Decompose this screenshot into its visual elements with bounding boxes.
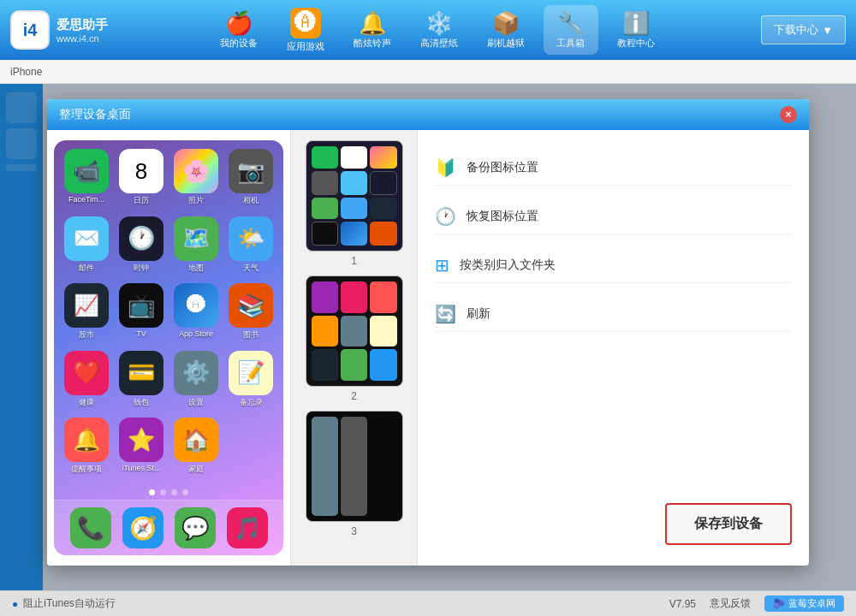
main-area: 整理设备桌面 × 📹 FaceTim... 8 bbox=[0, 84, 856, 590]
categorize-label: 按类别归入文件夹 bbox=[460, 258, 556, 273]
backup-icons-label: 备份图标位置 bbox=[467, 160, 538, 175]
modal-body: 📹 FaceTim... 8 日历 🌸 照片 📷 bbox=[47, 130, 809, 566]
phone-preview-panel: 📹 FaceTim... 8 日历 🌸 照片 📷 bbox=[47, 130, 291, 566]
nav-item-ringtones[interactable]: 🔔 酷炫铃声 bbox=[343, 7, 401, 53]
nav-item-jailbreak[interactable]: 📦 刷机越狱 bbox=[477, 7, 535, 53]
window-bar: iPhone bbox=[0, 60, 856, 84]
dock-phone[interactable]: 📞 bbox=[70, 507, 111, 548]
my-device-icon: 🍎 bbox=[225, 10, 253, 37]
app-notes[interactable]: 📝 备忘录 bbox=[225, 351, 276, 415]
app-tv[interactable]: 📺 TV bbox=[116, 283, 167, 347]
refresh-icon: 🔄 bbox=[435, 304, 456, 324]
nav-item-my-device[interactable]: 🍎 我的设备 bbox=[210, 7, 268, 53]
nav-label-ringtones: 酷炫铃声 bbox=[354, 37, 391, 50]
feedback-text[interactable]: 意见反馈 bbox=[710, 596, 751, 611]
action-refresh[interactable]: 🔄 刷新 bbox=[435, 297, 792, 332]
app-weather[interactable]: 🌤️ 天气 bbox=[225, 216, 276, 281]
logo-text: 爱思助手 www.i4.cn bbox=[56, 17, 108, 44]
download-label: 下载中心 bbox=[774, 22, 818, 38]
dock-messages[interactable]: 💬 bbox=[175, 507, 216, 548]
dock-music[interactable]: 🎵 bbox=[227, 507, 268, 548]
app-empty bbox=[225, 418, 270, 462]
nav-item-tutorials[interactable]: ℹ️ 教程中心 bbox=[607, 7, 665, 53]
action-restore-icons[interactable]: 🕐 恢复图标位置 bbox=[435, 199, 792, 234]
thumb-screen-1 bbox=[306, 140, 403, 252]
app-grid: 📹 FaceTim... 8 日历 🌸 照片 📷 bbox=[54, 140, 283, 485]
download-arrow-icon: ▼ bbox=[822, 24, 833, 37]
itunes-icon: ● bbox=[12, 598, 18, 610]
app-home[interactable]: 🏠 家庭 bbox=[170, 418, 222, 482]
app-books[interactable]: 📚 图书 bbox=[225, 283, 276, 347]
refresh-label: 刷新 bbox=[467, 306, 490, 322]
nav-label-tutorials: 教程中心 bbox=[617, 37, 655, 50]
apps-icon: 🅐 bbox=[290, 8, 321, 38]
nav-label-apps: 应用游戏 bbox=[287, 40, 324, 53]
app-mail[interactable]: ✉️ 邮件 bbox=[61, 216, 112, 281]
thumbnail-2[interactable]: 2 bbox=[306, 275, 403, 402]
dock-safari[interactable]: 🧭 bbox=[122, 507, 163, 548]
thumb-screen-2 bbox=[306, 275, 403, 387]
app-stocks[interactable]: 📈 股市 bbox=[61, 283, 112, 347]
app-health[interactable]: ❤️ 健康 bbox=[61, 351, 112, 415]
toolbox-icon: 🔧 bbox=[557, 10, 585, 37]
action-list: 🔰 备份图标位置 🕐 恢复图标位置 ⊞ 按类别归入文件夹 🔄 刷新 bbox=[435, 151, 792, 332]
window-bar-text: iPhone bbox=[10, 66, 42, 78]
wallpapers-icon: ❄️ bbox=[425, 10, 453, 37]
save-to-device-button[interactable]: 保存到设备 bbox=[665, 503, 792, 545]
download-button[interactable]: 下载中心 ▼ bbox=[761, 15, 846, 44]
modal-header: 整理设备桌面 × bbox=[47, 99, 809, 130]
modal-dialog: 整理设备桌面 × 📹 FaceTim... 8 bbox=[47, 99, 809, 566]
nav-bar: 🍎 我的设备 🅐 应用游戏 🔔 酷炫铃声 ❄️ 高清壁纸 📦 刷机越狱 🔧 工具… bbox=[126, 4, 748, 56]
nav-label-toolbox: 工具箱 bbox=[556, 37, 585, 50]
app-photos[interactable]: 🌸 照片 bbox=[170, 149, 222, 213]
blueberry-text: 蓝莓安卓网 bbox=[788, 597, 835, 610]
thumb-label-1: 1 bbox=[351, 255, 357, 267]
dot-3 bbox=[171, 489, 177, 495]
tutorials-icon: ℹ️ bbox=[622, 10, 650, 37]
thumb-label-3: 3 bbox=[351, 525, 357, 537]
app-facetime[interactable]: 📹 FaceTim... bbox=[61, 149, 112, 213]
app-camera[interactable]: 📷 相机 bbox=[225, 149, 276, 213]
itunes-text: 阻止iTunes自动运行 bbox=[23, 596, 116, 611]
nav-item-toolbox[interactable]: 🔧 工具箱 bbox=[544, 5, 598, 55]
backup-icons-icon: 🔰 bbox=[435, 157, 456, 178]
blueberry-icon: 🫐 bbox=[773, 598, 785, 609]
dot-2 bbox=[160, 489, 166, 495]
app-appstore[interactable]: 🅐 App Store bbox=[170, 283, 222, 347]
thumb-screen-3 bbox=[306, 411, 403, 522]
ringtones-icon: 🔔 bbox=[359, 10, 386, 37]
categorize-icon: ⊞ bbox=[435, 255, 449, 275]
app-maps[interactable]: 🗺️ 地图 bbox=[170, 216, 222, 281]
thumbnail-3[interactable]: 3 bbox=[306, 411, 403, 537]
blueberry-badge: 🫐 蓝莓安卓网 bbox=[764, 595, 844, 612]
logo-icon: i4 bbox=[10, 10, 50, 50]
action-categorize[interactable]: ⊞ 按类别归入文件夹 bbox=[435, 248, 792, 283]
modal-title: 整理设备桌面 bbox=[59, 107, 780, 122]
restore-icons-icon: 🕐 bbox=[435, 206, 456, 227]
nav-item-wallpapers[interactable]: ❄️ 高清壁纸 bbox=[410, 7, 468, 53]
app-clock[interactable]: 🕐 时钟 bbox=[116, 216, 167, 281]
modal-close-button[interactable]: × bbox=[780, 106, 797, 123]
topbar: i4 爱思助手 www.i4.cn 🍎 我的设备 🅐 应用游戏 🔔 酷炫铃声 ❄… bbox=[0, 0, 856, 60]
version-text: V7.95 bbox=[669, 598, 696, 610]
itunes-status: ● 阻止iTunes自动运行 bbox=[12, 596, 656, 611]
thumb-label-2: 2 bbox=[351, 390, 357, 402]
app-settings[interactable]: ⚙️ 设置 bbox=[170, 351, 222, 415]
logo-area: i4 爱思助手 www.i4.cn bbox=[10, 10, 113, 50]
jailbreak-icon: 📦 bbox=[492, 10, 520, 37]
thumbnail-1[interactable]: 1 bbox=[306, 140, 403, 267]
thumbnail-panel: 1 2 bbox=[291, 130, 418, 566]
nav-label-jailbreak: 刷机越狱 bbox=[487, 37, 525, 50]
nav-label-my-device: 我的设备 bbox=[220, 37, 258, 50]
nav-label-wallpapers: 高清壁纸 bbox=[420, 37, 458, 50]
app-calendar[interactable]: 8 日历 bbox=[116, 149, 167, 213]
phone-dock: 📞 🧭 💬 🎵 bbox=[54, 500, 283, 555]
action-backup-icons[interactable]: 🔰 备份图标位置 bbox=[435, 151, 792, 186]
phone-screen: 📹 FaceTim... 8 日历 🌸 照片 📷 bbox=[54, 140, 283, 555]
dot-4 bbox=[182, 489, 188, 495]
app-wallet[interactable]: 💳 钱包 bbox=[116, 351, 167, 415]
nav-item-apps[interactable]: 🅐 应用游戏 bbox=[276, 4, 335, 56]
app-itunes[interactable]: ⭐ iTunes St... bbox=[116, 418, 167, 482]
right-panel: 🔰 备份图标位置 🕐 恢复图标位置 ⊞ 按类别归入文件夹 🔄 刷新 bbox=[418, 130, 809, 566]
app-reminders[interactable]: 🔔 提醒事项 bbox=[61, 418, 112, 482]
